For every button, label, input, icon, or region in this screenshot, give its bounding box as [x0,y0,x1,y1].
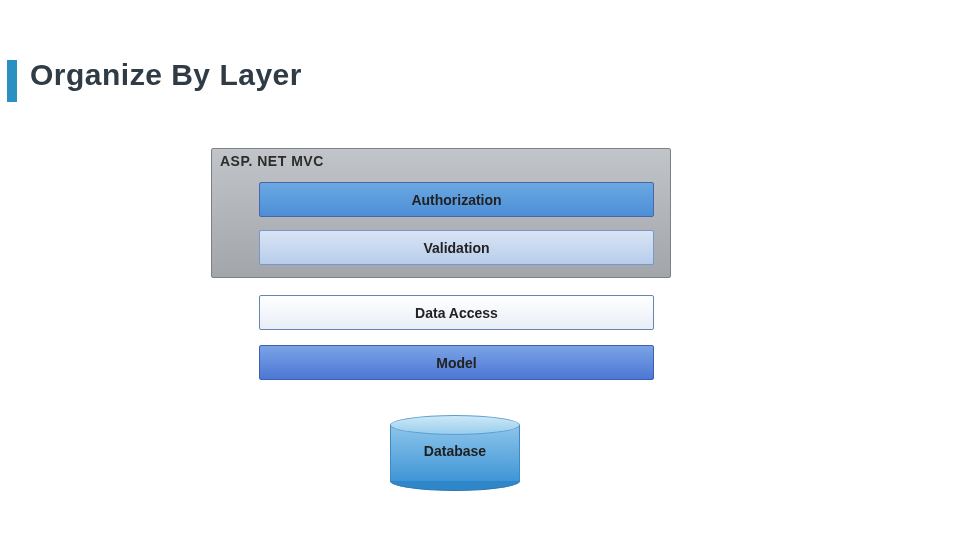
slide-title: Organize By Layer [30,58,302,92]
mvc-container-label: ASP. NET MVC [220,153,324,169]
layer-label: Model [436,355,476,371]
database-cylinder-top [390,415,520,435]
title-accent-bar [7,60,17,102]
layer-data-access: Data Access [259,295,654,330]
layer-label: Authorization [411,192,501,208]
layer-label: Validation [423,240,489,256]
layer-authorization: Authorization [259,182,654,217]
layer-validation: Validation [259,230,654,265]
database-label: Database [390,443,520,459]
database-cylinder: Database [390,415,520,491]
layer-model: Model [259,345,654,380]
layer-label: Data Access [415,305,498,321]
